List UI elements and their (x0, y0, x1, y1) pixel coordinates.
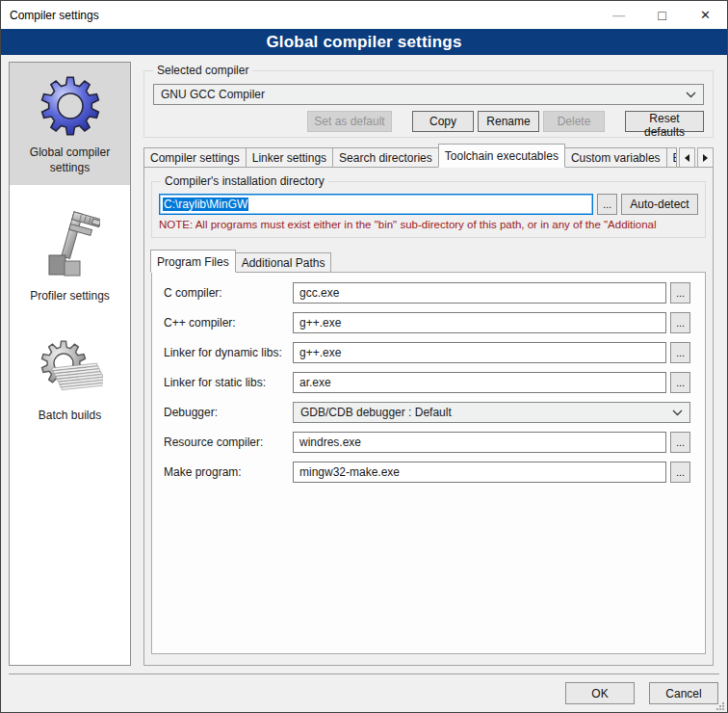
copy-button[interactable]: Copy (412, 111, 474, 132)
tab-build[interactable]: Build (667, 147, 677, 168)
blue-gear-icon (39, 74, 102, 138)
selected-compiler-group-label: Selected compiler (153, 64, 252, 77)
gear-stack-icon (38, 339, 103, 401)
tab-scroll-left-button[interactable] (679, 147, 695, 168)
toolchain-executables-panel: Compiler's installation directory C:\ray… (143, 167, 714, 666)
tab-compiler-settings[interactable]: Compiler settings (143, 147, 247, 168)
cpp-compiler-browse-button[interactable]: ... (670, 312, 690, 333)
sidebar-item-label: Global compiler settings (13, 145, 127, 175)
c-compiler-browse-button[interactable]: ... (670, 282, 690, 304)
linker-static-input[interactable]: ar.exe (293, 372, 666, 393)
rename-button[interactable]: Rename (478, 111, 539, 132)
window-controls: — □ ✕ (597, 1, 727, 29)
c-compiler-input[interactable]: gcc.exe (293, 282, 666, 304)
minimize-icon: — (612, 8, 625, 22)
installation-directory-input[interactable]: C:\raylib\MinGW (159, 194, 593, 215)
debugger-select[interactable]: GDB/CDB debugger : Default (293, 402, 690, 423)
tab-custom-variables[interactable]: Custom variables (565, 147, 667, 168)
delete-button: Delete (543, 111, 605, 132)
tab-toolchain-executables[interactable]: Toolchain executables (438, 144, 565, 168)
reset-defaults-button[interactable]: Reset defaults (625, 111, 704, 132)
caliper-icon (40, 210, 100, 281)
linker-dynamic-input[interactable]: g++.exe (293, 342, 666, 363)
ok-button[interactable]: OK (565, 682, 635, 704)
page-title: Global compiler settings (1, 29, 727, 55)
program-files-panel: C compiler:gcc.exe...C++ compiler:g++.ex… (151, 272, 706, 654)
c-compiler-value: gcc.exe (299, 286, 339, 300)
c-compiler-row: C compiler:gcc.exe... (164, 282, 690, 304)
c-compiler-label: C compiler: (164, 286, 293, 300)
compiler-select[interactable]: GNU GCC Compiler (153, 84, 704, 105)
close-button[interactable]: ✕ (684, 1, 727, 29)
linker-dynamic-value: g++.exe (299, 346, 341, 359)
browse-directory-button[interactable]: ... (597, 194, 617, 215)
main-tabs: Compiler settingsLinker settingsSearch d… (143, 144, 677, 168)
make-program-value: mingw32-make.exe (299, 465, 400, 479)
settings-category-list: Global compiler settingsProfiler setting… (9, 62, 131, 666)
tab-scroll-right-button[interactable] (697, 147, 714, 168)
tab-program-files[interactable]: Program Files (150, 250, 236, 273)
linker-static-browse-button[interactable]: ... (670, 372, 690, 393)
linker-dynamic-browse-button[interactable]: ... (670, 342, 690, 363)
close-icon: ✕ (700, 8, 711, 22)
tab-scroll-controls (677, 147, 714, 168)
compiler-settings-dialog: Compiler settings — □ ✕ Global compiler … (0, 0, 728, 713)
cpp-compiler-row: C++ compiler:g++.exe... (164, 312, 690, 333)
resource-compiler-value: windres.exe (299, 436, 361, 449)
resource-compiler-row: Resource compiler:windres.exe... (164, 432, 690, 453)
compiler-select-value: GNU GCC Compiler (161, 88, 686, 101)
installation-directory-value: C:\raylib\MinGW (163, 198, 248, 211)
tab-search-directories[interactable]: Search directories (333, 147, 439, 168)
cpp-compiler-input[interactable]: g++.exe (293, 312, 666, 333)
footer-separator (9, 673, 719, 674)
resource-compiler-label: Resource compiler: (164, 436, 293, 449)
sidebar-item-label: Profiler settings (30, 288, 110, 304)
installation-note: NOTE: All programs must exist either in … (159, 219, 698, 230)
footer-actions: OK Cancel (565, 682, 718, 704)
resize-grip[interactable] (715, 700, 725, 710)
sidebar-item-batch-builds[interactable]: Batch builds (10, 328, 130, 433)
selected-compiler-group: Selected compiler GNU GCC Compiler Set a… (143, 70, 714, 138)
sidebar-item-global-compiler-settings[interactable]: Global compiler settings (10, 63, 130, 185)
linker-static-value: ar.exe (299, 376, 331, 389)
linker-dynamic-label: Linker for dynamic libs: (164, 346, 293, 359)
auto-detect-button[interactable]: Auto-detect (621, 194, 698, 215)
debugger-value: GDB/CDB debugger : Default (300, 406, 672, 419)
make-program-label: Make program: (164, 465, 293, 479)
linker-static-label: Linker for static libs: (164, 376, 293, 389)
main-tabrow: Compiler settingsLinker settingsSearch d… (143, 144, 714, 168)
make-program-input[interactable]: mingw32-make.exe (293, 462, 666, 483)
triangle-right-icon (703, 154, 708, 162)
make-program-row: Make program:mingw32-make.exe... (164, 462, 690, 483)
window-title: Compiler settings (1, 9, 99, 22)
resource-compiler-browse-button[interactable]: ... (670, 432, 690, 453)
tab-linker-settings[interactable]: Linker settings (247, 147, 333, 168)
installation-directory-row: C:\raylib\MinGW ... Auto-detect (159, 194, 698, 215)
main-content: Selected compiler GNU GCC Compiler Set a… (143, 62, 714, 666)
sidebar-item-label: Batch builds (39, 408, 101, 423)
installation-directory-group: Compiler's installation directory C:\ray… (151, 181, 706, 238)
make-program-browse-button[interactable]: ... (670, 462, 690, 483)
installation-directory-group-label: Compiler's installation directory (161, 174, 328, 188)
maximize-button[interactable]: □ (640, 1, 684, 29)
sidebar-item-profiler-settings[interactable]: Profiler settings (10, 198, 130, 313)
minimize-button[interactable]: — (597, 1, 640, 29)
linker-static-row: Linker for static libs:ar.exe... (164, 372, 690, 393)
program-tabs: Program FilesAdditional Paths (151, 250, 706, 273)
cpp-compiler-label: C++ compiler: (164, 316, 293, 330)
chevron-down-icon (672, 409, 683, 416)
set-as-default-button: Set as default (307, 111, 392, 132)
chevron-down-icon (686, 92, 696, 98)
debugger-row: Debugger:GDB/CDB debugger : Default (164, 402, 690, 423)
cancel-button[interactable]: Cancel (649, 682, 718, 704)
titlebar: Compiler settings — □ ✕ (1, 1, 727, 29)
resource-compiler-input[interactable]: windres.exe (293, 432, 666, 453)
compiler-actions: Set as defaultCopyRenameDeleteReset defa… (153, 111, 704, 132)
tab-additional-paths[interactable]: Additional Paths (236, 252, 332, 273)
linker-dynamic-row: Linker for dynamic libs:g++.exe... (164, 342, 690, 363)
resize-grip-icon (715, 701, 725, 711)
maximize-icon: □ (658, 8, 665, 23)
cpp-compiler-value: g++.exe (299, 316, 341, 330)
debugger-label: Debugger: (164, 406, 293, 419)
triangle-left-icon (685, 154, 689, 162)
